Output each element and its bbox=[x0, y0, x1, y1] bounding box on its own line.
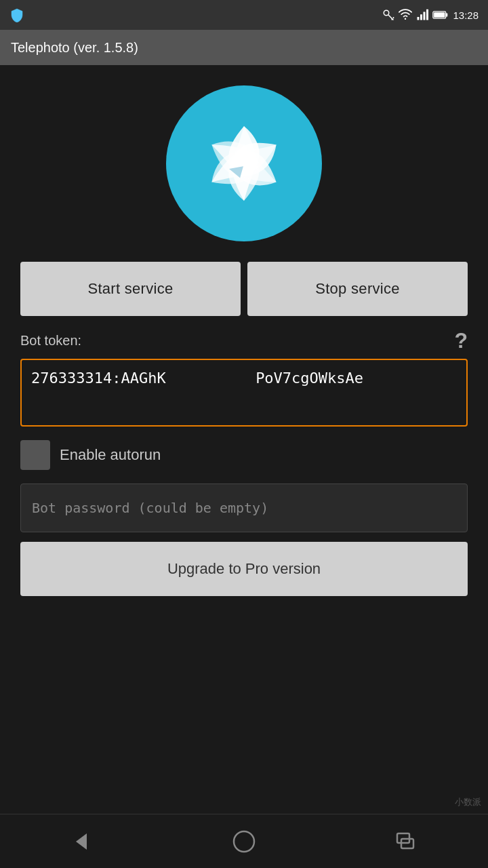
autorun-checkbox[interactable] bbox=[20, 440, 50, 470]
svg-point-14 bbox=[234, 831, 254, 852]
key-icon bbox=[382, 9, 394, 21]
home-button[interactable] bbox=[232, 829, 256, 854]
recent-apps-button[interactable] bbox=[394, 829, 419, 854]
svg-line-1 bbox=[388, 15, 394, 20]
battery-icon bbox=[432, 9, 449, 21]
app-title: Telephoto (ver. 1.5.8) bbox=[11, 40, 138, 56]
svg-rect-5 bbox=[418, 17, 420, 20]
svg-point-0 bbox=[384, 10, 390, 16]
start-service-button[interactable]: Start service bbox=[20, 262, 241, 316]
svg-rect-6 bbox=[420, 14, 422, 20]
shield-icon bbox=[9, 7, 24, 22]
status-bar: 13:28 bbox=[0, 0, 488, 30]
wifi-icon bbox=[399, 8, 412, 22]
status-bar-right: 13:28 bbox=[382, 8, 479, 22]
stop-service-button[interactable]: Stop service bbox=[247, 262, 468, 316]
back-icon bbox=[69, 829, 94, 854]
service-buttons-row: Start service Stop service bbox=[20, 262, 468, 316]
svg-rect-8 bbox=[426, 9, 428, 20]
bot-token-label: Bot token: bbox=[20, 333, 81, 349]
logo-container bbox=[166, 85, 322, 241]
watermark: 小数派 bbox=[455, 796, 481, 808]
svg-rect-7 bbox=[424, 12, 426, 20]
autorun-label: Enable autorun bbox=[60, 446, 161, 464]
signal-icon bbox=[416, 9, 428, 21]
help-icon[interactable]: ? bbox=[454, 328, 468, 353]
bot-password-input[interactable] bbox=[20, 484, 468, 532]
svg-marker-13 bbox=[76, 833, 87, 850]
bot-token-row: Bot token: ? bbox=[20, 328, 468, 353]
recent-apps-icon bbox=[394, 829, 419, 854]
title-bar: Telephoto (ver. 1.5.8) bbox=[0, 30, 488, 65]
logo-svg bbox=[173, 92, 315, 235]
home-circle-icon bbox=[232, 829, 256, 854]
status-bar-left bbox=[9, 7, 24, 22]
nav-bar bbox=[0, 814, 488, 868]
upgrade-button[interactable]: Upgrade to Pro version bbox=[20, 542, 468, 596]
svg-rect-11 bbox=[434, 12, 445, 18]
main-content: Start service Stop service Bot token: ? … bbox=[0, 65, 488, 814]
app-logo bbox=[166, 85, 322, 241]
autorun-row: Enable autorun bbox=[20, 440, 468, 470]
bot-token-input[interactable]: 276333314:AAGhK PoV7cgOWksAe bbox=[20, 359, 468, 427]
svg-point-4 bbox=[405, 18, 407, 20]
svg-rect-10 bbox=[446, 13, 448, 16]
clock: 13:28 bbox=[453, 9, 479, 21]
back-button[interactable] bbox=[69, 829, 94, 854]
